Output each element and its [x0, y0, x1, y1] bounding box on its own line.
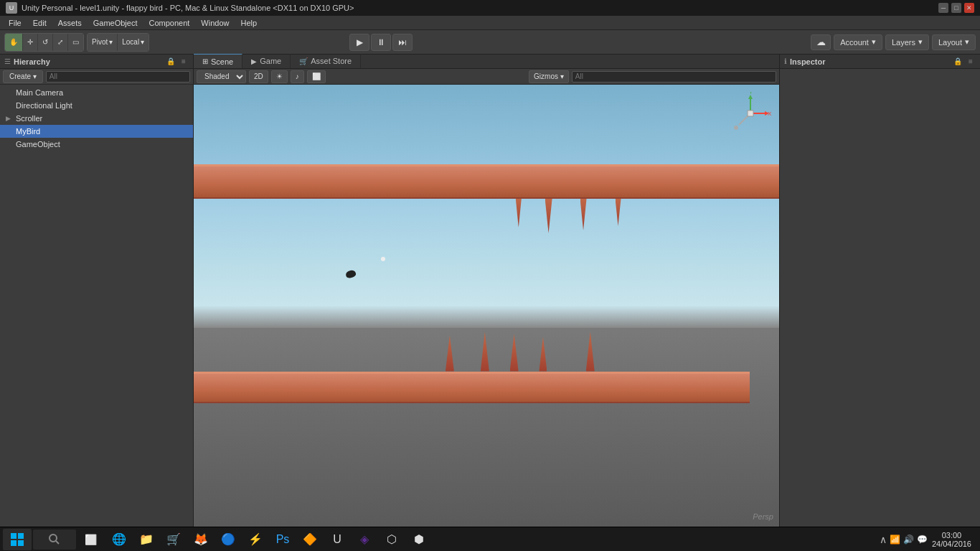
svg-rect-27 [11, 540, 17, 546]
inspector-menu[interactable]: ≡ [966, 57, 976, 67]
hierarchy-search[interactable] [46, 71, 190, 83]
taskbar-store[interactable]: 🛒 [161, 529, 187, 550]
scene-tabs: ⊞ Scene ▶ Game 🛒 Asset Store [194, 55, 779, 69]
lighting-button[interactable]: ☀ [271, 70, 288, 83]
taskbar-blender[interactable]: 🔶 [297, 529, 323, 550]
inspector-lock[interactable]: 🔒 [953, 57, 963, 67]
taskbar-sound-icon[interactable]: 🔊 [903, 534, 914, 545]
taskbar-chrome[interactable]: 🔵 [215, 529, 241, 550]
hier-gameobject[interactable]: GameObject [0, 138, 193, 151]
pause-button[interactable]: ⏸ [371, 34, 391, 51]
menubar: File Edit Assets GameObject Component Wi… [0, 16, 980, 30]
svg-rect-25 [11, 533, 17, 539]
hierarchy-lock[interactable]: 🔒 [166, 57, 176, 67]
inspector-panel: ℹ Inspector 🔒 ≡ [779, 55, 980, 527]
svg-text:Y: Y [749, 92, 753, 95]
taskbar-clock[interactable]: 03:00 24/04/2016 [932, 531, 971, 548]
rotate-tool[interactable]: ↺ [38, 34, 52, 51]
hierarchy-title: Hierarchy [14, 57, 50, 66]
maximize-button[interactable]: □ [951, 3, 961, 13]
scene-viewport[interactable]: Y X Persp [194, 85, 779, 527]
taskbar-app12[interactable]: ⬢ [406, 529, 432, 550]
svg-point-29 [50, 534, 57, 542]
step-button[interactable]: ⏭ [392, 34, 413, 51]
taskbar-notification-icon[interactable]: 💬 [917, 534, 928, 545]
tab-scene[interactable]: ⊞ Scene [194, 54, 242, 68]
hier-mybird[interactable]: MyBird [0, 125, 193, 138]
titlebar: U Unity Personal - level1.unity - flappy… [0, 0, 980, 16]
tab-asset-store[interactable]: 🛒 Asset Store [291, 54, 361, 68]
cloud-button[interactable]: ☁ [811, 34, 831, 50]
pivot-button[interactable]: Pivot ▾ [88, 34, 117, 51]
account-dropdown[interactable]: Account ▾ [834, 34, 882, 50]
taskbar-explorer[interactable]: 📁 [133, 529, 159, 550]
window-title: Unity Personal - level1.unity - flappy b… [22, 4, 938, 12]
taskbar-right: ∧ 📶 🔊 💬 03:00 24/04/2016 [880, 531, 977, 548]
hier-main-camera[interactable]: Main Camera [0, 86, 193, 99]
hand-tool[interactable]: ✋ [5, 34, 22, 51]
inspector-header: ℹ Inspector 🔒 ≡ [780, 55, 980, 69]
taskbar-search[interactable] [33, 529, 76, 550]
scale-tool[interactable]: ⤢ [53, 34, 67, 51]
hierarchy-create-btn[interactable]: Create ▾ [3, 70, 43, 83]
arrow-icon: ▶ [6, 115, 14, 122]
hier-scroller[interactable]: ▶ Scroller [0, 112, 193, 125]
play-button[interactable]: ▶ [349, 34, 369, 51]
svg-rect-26 [18, 533, 24, 539]
layout-dropdown[interactable]: Layout ▾ [932, 34, 976, 50]
layers-dropdown[interactable]: Layers ▾ [885, 34, 929, 50]
close-button[interactable]: ✕ [964, 3, 974, 13]
menu-gameobject[interactable]: GameObject [88, 17, 143, 29]
taskbar-vs[interactable]: ◈ [352, 529, 377, 550]
rect-tool[interactable]: ▭ [68, 34, 83, 51]
scene-toolbar: Shaded 2D ☀ ♪ ⬜ Gizmos ▾ [194, 69, 779, 85]
clock-time: 03:00 [932, 531, 971, 540]
taskbar-app11[interactable]: ⬡ [379, 529, 405, 550]
hierarchy-toolbar: Create ▾ [0, 69, 193, 85]
shading-dropdown[interactable]: Shaded [197, 70, 246, 83]
gizmos-button[interactable]: Gizmos ▾ [529, 70, 569, 83]
play-controls: ▶ ⏸ ⏭ [349, 34, 413, 51]
menu-component[interactable]: Component [143, 17, 195, 29]
taskbar-flash[interactable]: ⚡ [242, 529, 268, 550]
menu-file[interactable]: File [3, 17, 27, 29]
store-tab-icon: 🛒 [299, 57, 308, 65]
minimize-button[interactable]: ─ [938, 3, 948, 13]
svg-line-30 [56, 541, 59, 544]
audio-button[interactable]: ♪ [291, 70, 304, 83]
fx-button[interactable]: ⬜ [307, 70, 326, 83]
hier-directional-light[interactable]: Directional Light [0, 99, 193, 112]
menu-assets[interactable]: Assets [52, 17, 88, 29]
tools-group: ✋ ✛ ↺ ⤢ ▭ [4, 33, 84, 52]
clock-date: 24/04/2016 [932, 540, 971, 548]
menu-help[interactable]: Help [235, 17, 263, 29]
taskbar-photoshop[interactable]: Ps [270, 529, 296, 550]
menu-window[interactable]: Window [195, 17, 235, 29]
start-button[interactable] [3, 529, 32, 550]
taskbar: ⬜ 🌐 📁 🛒 🦊 🔵 ⚡ Ps 🔶 U ◈ ⬡ ⬢ ∧ 📶 🔊 💬 03:00… [0, 527, 980, 551]
right-tools: ☁ Account ▾ Layers ▾ Layout ▾ [811, 34, 976, 50]
taskbar-apps: 🌐 📁 🛒 🦊 🔵 ⚡ Ps 🔶 U ◈ ⬡ ⬢ [106, 529, 432, 550]
hierarchy-list: Main Camera Directional Light ▶ Scroller… [0, 85, 193, 527]
taskbar-edge[interactable]: 🌐 [106, 529, 132, 550]
taskbar-network-icon[interactable]: 📶 [890, 534, 900, 545]
hierarchy-panel: ☰ Hierarchy 🔒 ≡ Create ▾ Main Camera Dir… [0, 55, 194, 527]
taskbar-arrow-icon[interactable]: ∧ [880, 534, 887, 545]
scene-search[interactable] [572, 71, 776, 83]
taskbar-firefox[interactable]: 🦊 [188, 529, 214, 550]
app-logo: U [6, 2, 17, 14]
svg-text:X: X [768, 110, 772, 117]
menu-edit[interactable]: Edit [27, 17, 52, 29]
main-area: ☰ Hierarchy 🔒 ≡ Create ▾ Main Camera Dir… [0, 55, 980, 527]
game-tab-icon: ▶ [251, 57, 257, 65]
tab-game[interactable]: ▶ Game [242, 54, 291, 68]
2d-button[interactable]: 2D [249, 70, 268, 83]
persp-label: Persp [753, 512, 773, 521]
scene-gizmo: Y X [729, 92, 772, 135]
svg-point-5 [734, 126, 738, 130]
local-button[interactable]: Local ▾ [118, 34, 149, 51]
taskbar-unity[interactable]: U [324, 529, 350, 550]
move-tool[interactable]: ✛ [23, 34, 37, 51]
hierarchy-menu[interactable]: ≡ [179, 57, 189, 67]
taskbar-task-view[interactable]: ⬜ [77, 529, 103, 550]
